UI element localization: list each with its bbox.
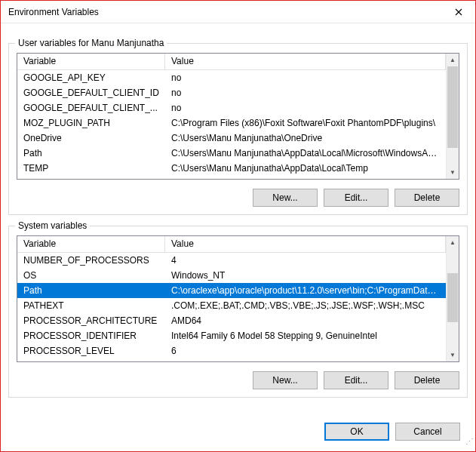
- cell-value: C:\Users\Manu Manjunatha\AppData\Local\M…: [165, 147, 446, 159]
- cell-value: 6: [165, 345, 446, 357]
- column-header-value[interactable]: Value: [165, 54, 446, 70]
- cell-value: C:\oraclexe\app\oracle\product\11.2.0\se…: [165, 284, 446, 297]
- window-title: Environment Variables: [8, 7, 99, 17]
- scroll-down-icon[interactable]: ▼: [447, 166, 459, 179]
- scrollbar-thumb[interactable]: [447, 66, 458, 148]
- column-header-variable[interactable]: Variable: [17, 236, 165, 253]
- cell-value: .COM;.EXE;.BAT;.CMD;.VBS;.VBE;.JS;.JSE;.…: [165, 300, 446, 312]
- close-icon: [455, 8, 462, 16]
- system-edit-button[interactable]: Edit...: [324, 371, 388, 389]
- close-button[interactable]: [441, 1, 475, 23]
- user-scrollbar[interactable]: ▲ ▼: [446, 54, 459, 179]
- scrollbar-track[interactable]: [447, 249, 459, 349]
- cell-variable: OS: [17, 269, 165, 281]
- cell-value: no: [165, 102, 446, 114]
- table-row[interactable]: NUMBER_OF_PROCESSORS4: [17, 253, 446, 268]
- cell-variable: PROCESSOR_IDENTIFIER: [17, 330, 165, 342]
- table-row[interactable]: OSWindows_NT: [17, 268, 446, 283]
- cell-value: C:\Users\Manu Manjunatha\OneDrive: [165, 132, 446, 144]
- table-row[interactable]: PROCESSOR_ARCHITECTUREAMD64: [17, 313, 446, 328]
- cell-variable: GOOGLE_DEFAULT_CLIENT_ID: [17, 87, 165, 99]
- cell-variable: PATHEXT: [17, 300, 165, 312]
- scroll-down-icon[interactable]: ▼: [447, 349, 459, 361]
- user-table-body: Variable Value GOOGLE_API_KEYnoGOOGLE_DE…: [17, 54, 446, 179]
- cell-value: no: [165, 87, 446, 99]
- titlebar: Environment Variables: [1, 1, 475, 23]
- user-variables-group: User variables for Manu Manjunatha Varia…: [8, 43, 468, 215]
- cell-variable: NUMBER_OF_PROCESSORS: [17, 254, 165, 266]
- system-table-body: Variable Value NUMBER_OF_PROCESSORS4OSWi…: [17, 236, 446, 361]
- column-header-variable[interactable]: Variable: [17, 54, 165, 70]
- cell-variable: GOOGLE_API_KEY: [17, 72, 165, 84]
- system-scrollbar[interactable]: ▲ ▼: [446, 236, 459, 361]
- cell-variable: MOZ_PLUGIN_PATH: [17, 117, 165, 129]
- ok-button[interactable]: OK: [324, 423, 389, 441]
- table-row[interactable]: TEMPC:\Users\Manu Manjunatha\AppData\Loc…: [17, 161, 446, 176]
- user-group-label: User variables for Manu Manjunatha: [15, 38, 167, 48]
- cell-value: Windows_NT: [165, 269, 446, 281]
- system-variables-table[interactable]: Variable Value NUMBER_OF_PROCESSORS4OSWi…: [17, 235, 459, 362]
- cell-variable: Path: [17, 147, 165, 159]
- table-row[interactable]: PathC:\Users\Manu Manjunatha\AppData\Loc…: [17, 146, 446, 161]
- system-new-button[interactable]: New...: [253, 371, 318, 389]
- table-row[interactable]: PROCESSOR_LEVEL6: [17, 343, 446, 358]
- scroll-up-icon[interactable]: ▲: [447, 54, 459, 66]
- system-group-label: System variables: [15, 220, 90, 231]
- user-button-row: New... Edit... Delete: [17, 189, 459, 207]
- cell-value: 4: [165, 254, 446, 266]
- table-row[interactable]: PROCESSOR_IDENTIFIERIntel64 Family 6 Mod…: [17, 328, 446, 343]
- table-row[interactable]: GOOGLE_DEFAULT_CLIENT_...no: [17, 100, 446, 115]
- cell-value: C:\Users\Manu Manjunatha\AppData\Local\T…: [165, 162, 446, 174]
- cell-variable: PROCESSOR_ARCHITECTURE: [17, 315, 165, 327]
- table-row[interactable]: MOZ_PLUGIN_PATHC:\Program Files (x86)\Fo…: [17, 115, 446, 131]
- cell-variable: GOOGLE_DEFAULT_CLIENT_...: [17, 102, 165, 114]
- cell-variable: OneDrive: [17, 132, 165, 144]
- system-delete-button[interactable]: Delete: [395, 371, 459, 389]
- user-delete-button[interactable]: Delete: [395, 189, 459, 207]
- scroll-up-icon[interactable]: ▲: [447, 236, 459, 249]
- table-row[interactable]: GOOGLE_API_KEYno: [17, 70, 446, 85]
- table-row[interactable]: GOOGLE_DEFAULT_CLIENT_IDno: [17, 85, 446, 100]
- resize-grip-icon: ⋰: [463, 439, 474, 450]
- table-header: Variable Value: [17, 54, 446, 70]
- cell-value: AMD64: [165, 315, 446, 327]
- scrollbar-track[interactable]: [447, 66, 459, 166]
- cell-variable: PROCESSOR_LEVEL: [17, 345, 165, 357]
- table-row[interactable]: OneDriveC:\Users\Manu Manjunatha\OneDriv…: [17, 131, 446, 146]
- dialog-button-row: OK Cancel: [324, 423, 460, 441]
- cell-value: Intel64 Family 6 Model 58 Stepping 9, Ge…: [165, 330, 446, 342]
- system-button-row: New... Edit... Delete: [17, 371, 459, 389]
- cell-variable: Path: [17, 284, 165, 297]
- table-row[interactable]: PathC:\oraclexe\app\oracle\product\11.2.…: [17, 283, 446, 298]
- user-new-button[interactable]: New...: [253, 189, 318, 207]
- content-area: User variables for Manu Manjunatha Varia…: [1, 23, 475, 405]
- column-header-value[interactable]: Value: [165, 236, 446, 253]
- table-row[interactable]: PATHEXT.COM;.EXE;.BAT;.CMD;.VBS;.VBE;.JS…: [17, 298, 446, 313]
- cancel-button[interactable]: Cancel: [395, 423, 460, 441]
- scrollbar-thumb[interactable]: [447, 273, 458, 322]
- table-header: Variable Value: [17, 236, 446, 253]
- cell-variable: TEMP: [17, 162, 165, 174]
- user-variables-table[interactable]: Variable Value GOOGLE_API_KEYnoGOOGLE_DE…: [17, 53, 459, 180]
- cell-value: C:\Program Files (x86)\Foxit Software\Fo…: [165, 117, 446, 129]
- cell-value: no: [165, 72, 446, 84]
- user-edit-button[interactable]: Edit...: [324, 189, 388, 207]
- system-variables-group: System variables Variable Value NUMBER_O…: [8, 226, 468, 398]
